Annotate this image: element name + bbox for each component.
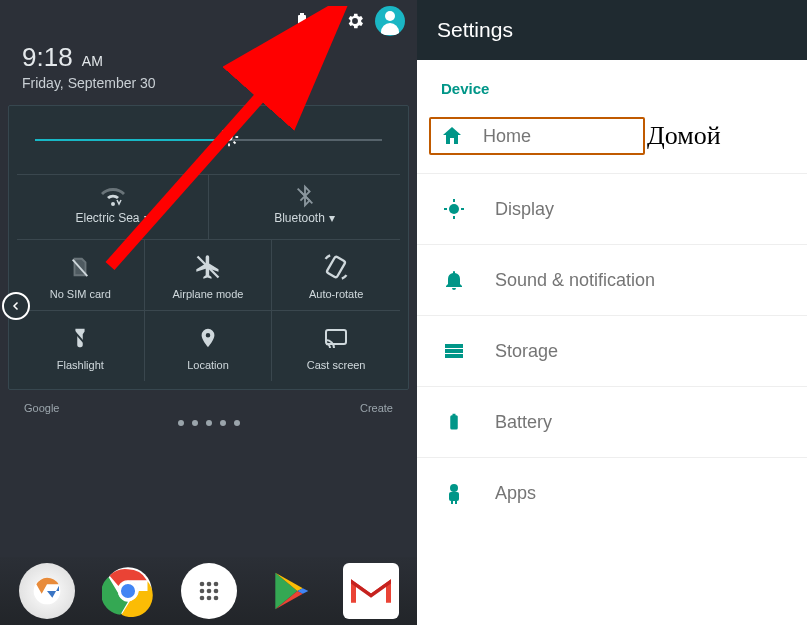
dock-app-drawer[interactable]: [181, 563, 237, 619]
back-button[interactable]: [2, 292, 30, 320]
status-bar: 99%: [0, 0, 417, 38]
svg-rect-34: [445, 349, 463, 353]
tile-location[interactable]: Location: [145, 311, 273, 381]
flashlight-icon: [17, 321, 144, 355]
sim-off-icon: [17, 250, 144, 284]
svg-point-2: [226, 133, 233, 140]
brightness-thumb-icon[interactable]: [218, 126, 240, 152]
tile-label: No SIM card: [17, 288, 144, 300]
svg-rect-37: [453, 414, 456, 416]
svg-point-20: [119, 582, 136, 599]
tile-autorotate[interactable]: Auto-rotate: [272, 240, 400, 311]
settings-item-home[interactable]: Home: [427, 115, 647, 157]
chevron-down-icon: ▾: [144, 211, 150, 225]
settings-label: Home: [483, 126, 531, 147]
clock-date[interactable]: Friday, September 30: [22, 75, 395, 91]
svg-rect-16: [326, 330, 346, 344]
settings-label: Sound & notification: [495, 270, 655, 291]
svg-point-24: [199, 589, 204, 594]
dock-app-browser[interactable]: [19, 563, 75, 619]
bluetooth-off-icon: [209, 181, 400, 211]
svg-point-22: [206, 582, 211, 587]
settings-item-sound[interactable]: Sound & notification: [417, 245, 807, 316]
tile-label: Location: [145, 359, 272, 371]
settings-screen: Settings Device Home Домой Display Sound…: [417, 0, 807, 625]
datetime-block: 9:18 AM Friday, September 30: [0, 38, 417, 105]
launcher-left-hint[interactable]: Google: [24, 402, 59, 414]
apps-icon: [441, 480, 467, 506]
svg-point-23: [213, 582, 218, 587]
settings-appbar: Settings: [417, 0, 807, 60]
svg-point-32: [449, 204, 459, 214]
settings-item-storage[interactable]: Storage: [417, 316, 807, 387]
svg-rect-40: [451, 501, 453, 504]
settings-label: Battery: [495, 412, 552, 433]
dock-app-play[interactable]: [262, 563, 318, 619]
svg-point-28: [206, 596, 211, 601]
cast-icon: [272, 321, 400, 355]
settings-item-display[interactable]: Display: [417, 174, 807, 245]
tile-label: Flashlight: [17, 359, 144, 371]
chevron-left-icon: [10, 300, 22, 312]
svg-rect-39: [449, 492, 459, 501]
svg-line-9: [223, 142, 225, 144]
settings-item-battery[interactable]: Battery: [417, 387, 807, 458]
tile-label: Auto-rotate: [272, 288, 400, 300]
wifi-toggle[interactable]: Electric Sea ▾: [17, 174, 209, 239]
location-icon: [145, 321, 272, 355]
battery-indicator: 99%: [297, 13, 335, 29]
svg-rect-33: [445, 344, 463, 348]
tile-flashlight[interactable]: Flashlight: [17, 311, 145, 381]
settings-section-device: Device: [417, 60, 807, 109]
svg-point-26: [213, 589, 218, 594]
svg-rect-0: [298, 15, 306, 28]
brightness-slider[interactable]: [35, 126, 382, 152]
bell-icon: [441, 267, 467, 293]
svg-rect-14: [326, 256, 345, 278]
airplane-icon: [145, 250, 272, 284]
bluetooth-toggle[interactable]: Bluetooth ▾: [209, 174, 400, 239]
battery-icon: [297, 13, 307, 29]
svg-point-21: [199, 582, 204, 587]
tile-label: Cast screen: [272, 359, 400, 371]
wifi-label: Electric Sea: [75, 211, 139, 225]
tile-airplane[interactable]: Airplane mode: [145, 240, 273, 311]
chevron-down-icon: ▾: [329, 211, 335, 225]
home-icon: [439, 123, 465, 149]
dock-app-chrome[interactable]: [100, 563, 156, 619]
tile-cast[interactable]: Cast screen: [272, 311, 400, 381]
svg-rect-36: [450, 415, 458, 429]
svg-line-10: [234, 130, 236, 132]
dock-app-gmail[interactable]: [343, 563, 399, 619]
tile-no-sim[interactable]: No SIM card: [17, 240, 145, 311]
settings-label: Display: [495, 199, 554, 220]
annotation-text: Домой: [647, 121, 721, 151]
profile-avatar-icon[interactable]: [375, 6, 405, 36]
page-indicator: [0, 420, 417, 426]
svg-rect-30: [351, 576, 391, 606]
battery-icon: [441, 409, 467, 435]
battery-pct: 99%: [311, 14, 335, 28]
svg-rect-41: [455, 501, 457, 504]
svg-line-7: [223, 130, 225, 132]
display-icon: [441, 196, 467, 222]
quick-settings-panel: 99% 9:18 AM Friday, September 30: [0, 0, 417, 625]
autorotate-icon: [272, 250, 400, 284]
settings-label: Storage: [495, 341, 558, 362]
settings-gear-icon[interactable]: [345, 11, 365, 31]
svg-point-29: [213, 596, 218, 601]
tile-label: Airplane mode: [145, 288, 272, 300]
launcher-hints: Google Create: [0, 398, 417, 414]
svg-point-25: [206, 589, 211, 594]
quick-settings-card: Electric Sea ▾ Bluetooth ▾ No SIM: [8, 105, 409, 390]
svg-rect-1: [300, 13, 304, 15]
svg-line-8: [234, 142, 236, 144]
clock-time[interactable]: 9:18: [22, 42, 73, 72]
svg-rect-35: [445, 354, 463, 358]
settings-label: Apps: [495, 483, 536, 504]
svg-point-27: [199, 596, 204, 601]
dock: [0, 557, 417, 625]
settings-item-apps[interactable]: Apps: [417, 458, 807, 528]
bluetooth-label: Bluetooth: [274, 211, 325, 225]
launcher-right-hint[interactable]: Create: [360, 402, 393, 414]
